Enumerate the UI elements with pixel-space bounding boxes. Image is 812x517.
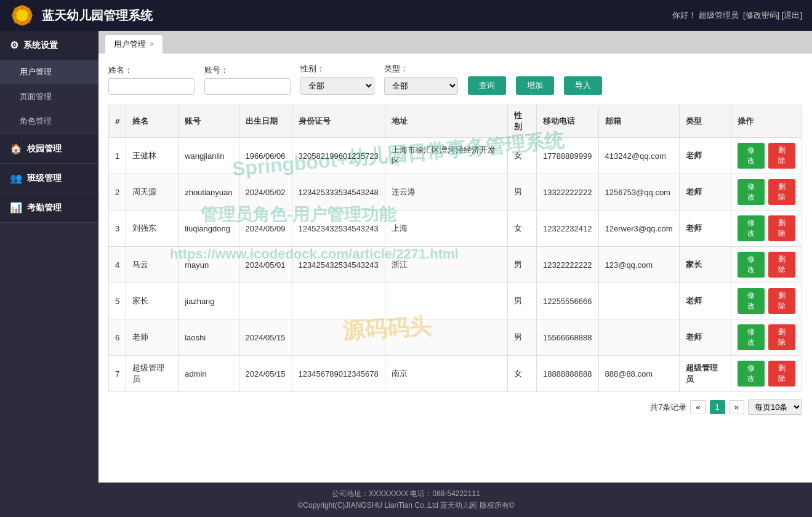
cell-type: 老师 [679, 174, 731, 210]
gender-select[interactable]: 全部 男 女 [300, 77, 374, 95]
edit-button[interactable]: 修改 [738, 324, 765, 350]
greeting-text: 你好！ 超级管理员 [672, 10, 739, 20]
sidebar-group-attendance-title[interactable]: 📊 考勤管理 [0, 193, 98, 222]
account-label: 账号： [204, 65, 291, 76]
cell-no: 5 [109, 283, 126, 319]
cell-address: 上海市徐汇区漕河泾经济开发区 [385, 138, 508, 174]
sidebar-group-class-label: 班级管理 [27, 173, 62, 184]
sidebar-item-user-mgmt[interactable]: 用户管理 [0, 60, 98, 84]
action-buttons: 修改删除 [738, 179, 795, 205]
footer: 公司地址：XXXXXXXX 电话：088-54222111 ©Copyright… [0, 483, 812, 517]
name-field: 姓名： [108, 65, 195, 95]
cell-name: 老师 [126, 319, 179, 356]
cell-name: 家长 [126, 283, 179, 319]
sidebar: ⚙ 系统设置 用户管理 页面管理 角色管理 🏠 校园管理 👥 班级管 [0, 31, 98, 483]
tab-user-mgmt[interactable]: 用户管理 × [105, 34, 163, 54]
page-1-button[interactable]: 1 [710, 400, 725, 414]
delete-button[interactable]: 删除 [768, 252, 795, 278]
cell-address: 连云港 [385, 174, 508, 210]
type-label: 类型： [384, 63, 458, 74]
change-password-link[interactable]: [修改密码] [743, 10, 779, 20]
name-input[interactable] [108, 78, 195, 95]
logout-link[interactable]: [退出] [782, 10, 802, 20]
sidebar-group-attendance-label: 考勤管理 [27, 202, 62, 214]
edit-button[interactable]: 修改 [738, 179, 765, 205]
type-field: 类型： 全部 老师 家长 超级管理员 [384, 63, 458, 95]
cell-email [598, 283, 679, 319]
account-field: 账号： [204, 65, 291, 95]
per-page-select[interactable]: 每页10条 每页20条 每页50条 [748, 399, 802, 415]
cell-email: 413242@qq.com [598, 138, 679, 174]
delete-button[interactable]: 删除 [768, 324, 795, 350]
query-button[interactable]: 查询 [468, 76, 506, 95]
cell-account: mayun [179, 247, 239, 283]
cell-account: wangjianlin [179, 138, 239, 174]
sidebar-group-campus-label: 校园管理 [27, 143, 62, 154]
cell-action: 修改删除 [731, 174, 802, 210]
sidebar-item-role-mgmt[interactable]: 角色管理 [0, 109, 98, 134]
tab-close-icon[interactable]: × [150, 40, 154, 49]
table-row: 3刘强东liuqiangdong2024/05/0912452343253454… [109, 210, 802, 247]
edit-button[interactable]: 修改 [738, 252, 765, 278]
cell-idno: 123425432534543243 [292, 247, 385, 283]
cell-gender: 女 [508, 138, 537, 174]
account-input[interactable] [204, 78, 291, 95]
content-area: 姓名： 账号： 性别： 全部 男 女 类型： [98, 54, 812, 483]
cell-phone: 17788889999 [536, 138, 598, 174]
delete-button[interactable]: 删除 [768, 361, 795, 387]
cell-type: 老师 [679, 283, 731, 319]
action-buttons: 修改删除 [738, 143, 795, 169]
cell-gender: 女 [508, 356, 537, 392]
sidebar-group-campus: 🏠 校园管理 [0, 134, 98, 164]
cell-email: 12erwer3@qq.com [598, 210, 679, 247]
cell-type: 老师 [679, 319, 731, 356]
cell-account: liuqiangdong [179, 210, 239, 247]
cell-no: 1 [109, 138, 126, 174]
cell-no: 7 [109, 356, 126, 392]
sidebar-item-page-mgmt-label: 页面管理 [20, 92, 52, 101]
name-label: 姓名： [108, 65, 195, 76]
cell-address [385, 283, 508, 319]
sidebar-item-role-mgmt-label: 角色管理 [20, 116, 52, 126]
cell-no: 4 [109, 247, 126, 283]
edit-button[interactable]: 修改 [738, 215, 765, 241]
cell-gender: 男 [508, 174, 537, 210]
type-select[interactable]: 全部 老师 家长 超级管理员 [384, 77, 458, 95]
cell-phone: 18888888888 [536, 356, 598, 392]
cell-idno [292, 319, 385, 356]
table-row: 5家长jiazhang男12255556666老师修改删除 [109, 283, 802, 319]
table-row: 1王健林wangjianlin1966/06/06320582199601235… [109, 138, 802, 174]
cell-idno: 320582199601235723 [292, 138, 385, 174]
edit-button[interactable]: 修改 [738, 361, 765, 387]
sidebar-group-campus-title[interactable]: 🏠 校园管理 [0, 134, 98, 163]
cell-dob: 2024/05/02 [239, 174, 292, 210]
delete-button[interactable]: 删除 [768, 179, 795, 205]
cell-no: 3 [109, 210, 126, 247]
import-button[interactable]: 导入 [564, 76, 602, 95]
delete-button[interactable]: 删除 [768, 215, 795, 241]
cell-dob: 2024/05/01 [239, 247, 292, 283]
add-button[interactable]: 增加 [516, 76, 554, 95]
edit-button[interactable]: 修改 [738, 288, 765, 314]
table-row: 6老师laoshi2024/05/15男15566668888老师修改删除 [109, 319, 802, 356]
next-page-button[interactable]: » [729, 400, 744, 414]
cell-address [385, 319, 508, 356]
sidebar-item-page-mgmt[interactable]: 页面管理 [0, 84, 98, 109]
sidebar-group-system-title[interactable]: ⚙ 系统设置 [0, 31, 98, 60]
gender-field: 性别： 全部 男 女 [300, 63, 374, 95]
edit-button[interactable]: 修改 [738, 143, 765, 169]
cell-name: 周天源 [126, 174, 179, 210]
cell-phone: 13322222222 [536, 174, 598, 210]
sidebar-group-class-title[interactable]: 👥 班级管理 [0, 164, 98, 193]
prev-page-button[interactable]: « [690, 400, 705, 414]
cell-email: 1256753@qq.com [598, 174, 679, 210]
delete-button[interactable]: 删除 [768, 143, 795, 169]
delete-button[interactable]: 删除 [768, 288, 795, 314]
cell-phone: 12322222222 [536, 247, 598, 283]
cell-dob: 2024/05/15 [239, 356, 292, 392]
cell-gender: 男 [508, 247, 537, 283]
cell-address: 上海 [385, 210, 508, 247]
tab-label: 用户管理 [114, 39, 146, 50]
total-records: 共7条记录 [650, 402, 686, 413]
cell-idno [292, 283, 385, 319]
